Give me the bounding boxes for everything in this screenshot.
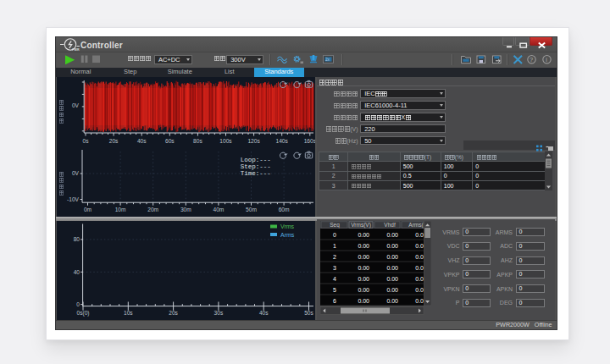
svg-text:-10V: -10V: [67, 196, 80, 201]
svg-text:0.00: 0.00: [387, 298, 399, 304]
svg-text:0: 0: [76, 301, 80, 307]
svg-text:4: 4: [333, 276, 336, 282]
svg-text:0.00: 0.00: [358, 243, 370, 249]
svg-text:50m: 50m: [246, 206, 257, 212]
svg-text:0.00: 0.00: [387, 243, 399, 249]
svg-text:10m: 10m: [115, 206, 126, 212]
svg-text:Vrms: Vrms: [280, 223, 295, 229]
svg-text:160s: 160s: [304, 138, 315, 144]
svg-text:Arms: Arms: [280, 231, 295, 237]
svg-text:20s: 20s: [109, 138, 119, 144]
svg-text:3: 3: [333, 265, 336, 271]
svg-text:?: ?: [530, 56, 533, 63]
svg-text:120s: 120s: [247, 138, 260, 144]
svg-text:0.00: 0.00: [358, 298, 370, 304]
svg-text:0.0: 0.0: [416, 254, 424, 260]
svg-text:40m: 40m: [213, 206, 224, 212]
svg-text:0.00: 0.00: [387, 232, 399, 238]
svg-text:Step:---: Step:---: [241, 163, 271, 169]
svg-text:80: 80: [74, 236, 80, 242]
svg-text:140s: 140s: [276, 138, 289, 144]
svg-text:Seq: Seq: [330, 222, 341, 229]
svg-text:0s: 0s: [83, 138, 90, 144]
svg-text:0m: 0m: [84, 206, 92, 212]
svg-text:0.00: 0.00: [358, 276, 370, 282]
svg-text:40s: 40s: [137, 138, 147, 144]
svg-text:40: 40: [74, 268, 80, 274]
svg-text:0V: 0V: [72, 102, 80, 108]
svg-text:Arms(: Arms(: [409, 222, 424, 229]
svg-text:2x: 2x: [325, 58, 330, 62]
svg-text:60m: 60m: [279, 206, 290, 212]
svg-text:20m: 20m: [147, 206, 158, 212]
svg-text:0.0: 0.0: [416, 243, 424, 249]
svg-text:0.0: 0.0: [416, 276, 424, 282]
svg-text:2: 2: [333, 254, 336, 260]
svg-text:0s(0): 0s(0): [76, 310, 89, 317]
svg-text:Vhdf: Vhdf: [385, 222, 396, 228]
svg-text:0.0: 0.0: [416, 287, 424, 293]
svg-text:0.00: 0.00: [358, 254, 370, 260]
svg-text:80s: 80s: [193, 138, 202, 144]
svg-text:PWR: PWR: [72, 48, 80, 51]
svg-text:0.00: 0.00: [387, 254, 399, 260]
svg-text:0.00: 0.00: [387, 265, 399, 271]
svg-text:0.0: 0.0: [416, 298, 424, 304]
svg-text:0.00: 0.00: [358, 232, 370, 238]
svg-text:20s: 20s: [169, 310, 178, 316]
svg-text:i: i: [546, 57, 547, 63]
svg-text:0.00: 0.00: [387, 287, 399, 293]
svg-text:60s: 60s: [165, 138, 175, 144]
svg-text:Loop:---: Loop:---: [241, 156, 271, 163]
svg-text:30m: 30m: [180, 206, 191, 212]
svg-text:0V: 0V: [72, 170, 80, 176]
svg-text:5: 5: [333, 287, 336, 293]
svg-text:Time:---: Time:---: [241, 169, 271, 176]
svg-text:0.00: 0.00: [387, 276, 399, 282]
svg-text:0: 0: [333, 232, 336, 238]
svg-text:50s: 50s: [304, 310, 313, 316]
svg-text:40s: 40s: [259, 310, 269, 316]
svg-text:0.0: 0.0: [416, 232, 424, 238]
svg-text:100s: 100s: [219, 138, 232, 144]
svg-text:30s: 30s: [214, 310, 224, 316]
svg-text:Vrms(V): Vrms(V): [352, 222, 372, 229]
svg-text:0.00: 0.00: [358, 265, 370, 271]
svg-text:0.0: 0.0: [416, 265, 424, 271]
svg-text:6: 6: [333, 298, 336, 304]
svg-text:10s: 10s: [124, 310, 133, 316]
svg-text:0.00: 0.00: [358, 287, 370, 293]
svg-text:1: 1: [333, 243, 336, 249]
